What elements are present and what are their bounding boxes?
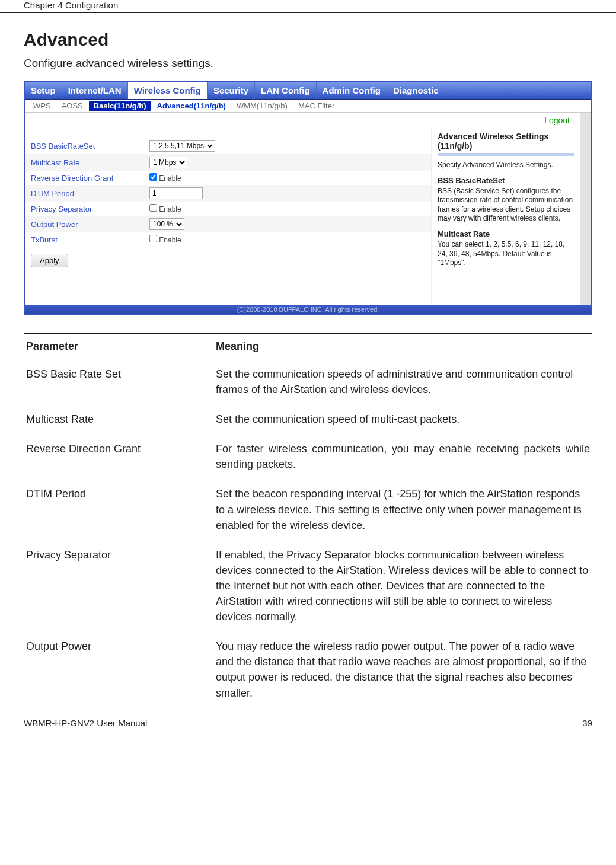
main-tab-admin-config[interactable]: Admin Config — [317, 82, 387, 99]
form-label-multicast-rate: Multicast Rate — [25, 154, 143, 171]
info-heading-multicast-rate: Multicast Rate — [438, 229, 574, 238]
form-label-privacy-separator: Privacy Separator — [25, 202, 143, 216]
router-ui-screenshot: SetupInternet/LANWireless ConfigSecurity… — [24, 81, 592, 315]
param-name: DTIM Period — [24, 479, 213, 540]
info-intro: Specify Advanced Wireless Settings. — [438, 161, 574, 170]
param-name: Multicast Rate — [24, 404, 213, 434]
param-meaning: Set the communication speed of multi-cas… — [213, 404, 592, 434]
select-output-power[interactable]: 100 % — [149, 218, 184, 230]
form-label-txburst: TxBurst — [25, 232, 143, 247]
chapter-label: Chapter 4 Configuration — [24, 0, 118, 10]
settings-form-table: BSS BasicRateSet1,2,5.5,11 MbpsMulticast… — [25, 138, 431, 247]
param-name: Output Power — [24, 631, 213, 707]
section-title: Advanced — [0, 30, 616, 50]
copyright-bar: (C)2000-2010 BUFFALO INC. All rights res… — [25, 305, 591, 314]
checkbox-txburst[interactable] — [149, 235, 157, 242]
config-form-area: BSS BasicRateSet1,2,5.5,11 MbpsMulticast… — [25, 127, 431, 305]
sub-tab-advanced-11n-g-b-[interactable]: Advanced(11n/g/b) — [152, 101, 231, 111]
main-tab-diagnostic[interactable]: Diagnostic — [387, 82, 445, 99]
param-name: BSS Basic Rate Set — [24, 359, 213, 405]
parameter-table-container: Parameter Meaning BSS Basic Rate SetSet … — [0, 333, 616, 708]
table-row: Reverse Direction GrantFor faster wirele… — [24, 434, 592, 479]
info-panel: Advanced Wireless Settings (11n/g/b) Spe… — [431, 127, 591, 305]
table-row: Multicast RateSet the communication spee… — [24, 404, 592, 434]
main-tab-lan-config[interactable]: LAN Config — [255, 82, 316, 99]
select-multicast-rate[interactable]: 1 Mbps — [149, 157, 187, 168]
main-tab-security[interactable]: Security — [208, 82, 255, 99]
footer-page-number: 39 — [582, 718, 592, 728]
param-meaning: Set the beacon responding interval (1 -2… — [213, 479, 592, 540]
info-body: BSS (Basic Service Set) configures the t… — [438, 187, 574, 224]
form-label-output-power: Output Power — [25, 216, 143, 232]
param-header-parameter: Parameter — [24, 334, 213, 359]
sub-tab-bar: WPSAOSSBasic(11n/g/b)Advanced(11n/g/b)WM… — [25, 100, 591, 113]
table-row: Privacy SeparatorIf enabled, the Privacy… — [24, 540, 592, 631]
screenshot-container: SetupInternet/LANWireless ConfigSecurity… — [0, 81, 616, 315]
footer-manual-name: WBMR-HP-GNV2 User Manual — [24, 718, 147, 728]
main-tab-bar: SetupInternet/LANWireless ConfigSecurity… — [25, 82, 591, 100]
param-name: Privacy Separator — [24, 540, 213, 631]
table-row: BSS Basic Rate SetSet the communication … — [24, 359, 592, 405]
main-tab-internet-lan[interactable]: Internet/LAN — [62, 82, 128, 99]
sub-tab-wmm-11n-g-b-[interactable]: WMM(11n/g/b) — [232, 101, 292, 111]
param-header-meaning: Meaning — [213, 334, 592, 359]
page-header: Chapter 4 Configuration — [0, 0, 616, 13]
info-heading-bss-basicrateset: BSS BasicRateSet — [438, 176, 574, 185]
table-row: DTIM PeriodSet the beacon responding int… — [24, 479, 592, 540]
param-meaning: If enabled, the Privacy Separator blocks… — [213, 540, 592, 631]
input-dtim-period[interactable] — [149, 187, 203, 199]
sub-tab-mac-filter[interactable]: MAC Filter — [293, 101, 339, 111]
param-name: Reverse Direction Grant — [24, 434, 213, 479]
sub-tab-aoss[interactable]: AOSS — [57, 101, 88, 111]
config-body: BSS BasicRateSet1,2,5.5,11 MbpsMulticast… — [25, 127, 591, 305]
info-panel-title: Advanced Wireless Settings (11n/g/b) — [438, 132, 574, 151]
form-label-reverse-direction-grant: Reverse Direction Grant — [25, 171, 143, 185]
main-tab-setup[interactable]: Setup — [25, 82, 62, 99]
form-label-bss-basicrateset: BSS BasicRateSet — [25, 138, 143, 154]
section-description: Configure advanced wireless settings. — [0, 57, 616, 70]
sub-tab-wps[interactable]: WPS — [28, 101, 56, 111]
logout-link[interactable]: Logout — [544, 116, 570, 125]
param-meaning: For faster wireless communication, you m… — [213, 434, 592, 479]
param-meaning: Set the communication speeds of administ… — [213, 359, 592, 405]
page-footer: WBMR-HP-GNV2 User Manual 39 — [0, 714, 616, 728]
checkbox-reverse-direction-grant[interactable] — [149, 173, 157, 181]
logout-row: Logout — [25, 113, 591, 127]
checkbox-privacy-separator[interactable] — [149, 204, 157, 212]
param-meaning: You may reduce the wireless radio power … — [213, 631, 592, 707]
sub-tab-basic-11n-g-b-[interactable]: Basic(11n/g/b) — [89, 101, 151, 111]
apply-button[interactable]: Apply — [31, 254, 68, 267]
info-divider — [438, 153, 574, 156]
parameter-table: Parameter Meaning BSS Basic Rate SetSet … — [24, 333, 592, 708]
main-tab-wireless-config[interactable]: Wireless Config — [128, 82, 208, 99]
info-body: You can select 1, 2, 5.5, 6, 9, 11, 12, … — [438, 240, 574, 268]
table-row: Output PowerYou may reduce the wireless … — [24, 631, 592, 707]
select-bss-basicrateset[interactable]: 1,2,5.5,11 Mbps — [149, 140, 215, 152]
form-label-dtim-period: DTIM Period — [25, 185, 143, 202]
